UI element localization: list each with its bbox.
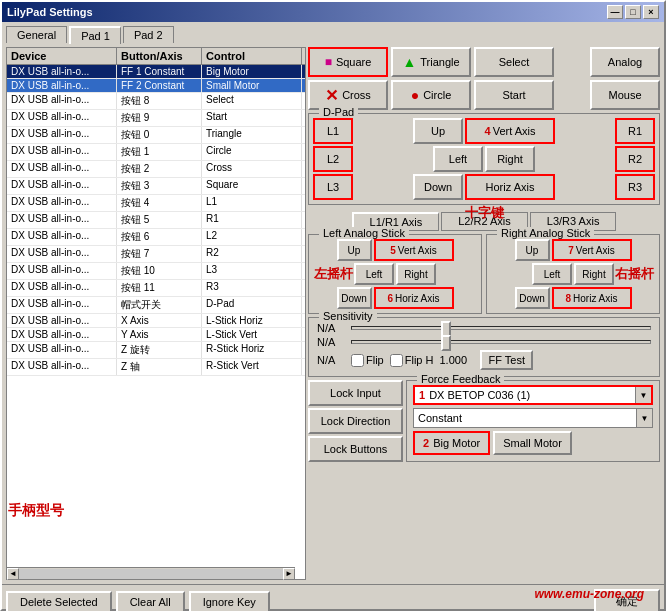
ff-device-dropdown-arrow[interactable]: ▼ xyxy=(635,387,651,403)
l2-button[interactable]: L2 xyxy=(313,146,353,172)
table-row[interactable]: DX USB all-in-o... FF 2 Constant Small M… xyxy=(7,79,305,93)
table-row[interactable]: DX USB all-in-o... 按钮 11 R3 xyxy=(7,280,305,297)
table-row[interactable]: DX USB all-in-o... 按钮 9 Start xyxy=(7,110,305,127)
r1-button[interactable]: R1 xyxy=(615,118,655,144)
table-row[interactable]: DX USB all-in-o... 按钮 8 Select xyxy=(7,93,305,110)
ra-right-button[interactable]: Right xyxy=(574,263,614,285)
ff-type-dropdown-arrow[interactable]: ▼ xyxy=(636,409,652,427)
lock-buttons-area: Lock Input Lock Direction Lock Buttons xyxy=(308,380,403,462)
tab-pad2[interactable]: Pad 2 xyxy=(123,26,174,43)
left-analog-inner: Up 5 Vert Axis Left Right Down xyxy=(313,239,477,309)
table-row[interactable]: DX USB all-in-o... 按钮 3 Square xyxy=(7,178,305,195)
table-row[interactable]: DX USB all-in-o... Y Axis L-Stick Vert xyxy=(7,328,305,342)
sens-slider-1[interactable] xyxy=(351,326,651,330)
la-up-button[interactable]: Up xyxy=(337,239,372,261)
ff-device-dropdown[interactable]: 1 DX BETOP C036 (1) ▼ xyxy=(413,385,653,405)
dpad-right-button[interactable]: Right xyxy=(485,146,535,172)
table-row[interactable]: DX USB all-in-o... Z 旋转 R-Stick Horiz xyxy=(7,342,305,359)
dpad-up-button[interactable]: Up xyxy=(413,118,463,144)
square-button[interactable]: ■ Square xyxy=(308,47,388,77)
ignore-key-button[interactable]: Ignore Key xyxy=(189,591,270,612)
lock-input-button[interactable]: Lock Input xyxy=(308,380,403,406)
flip-checkbox[interactable] xyxy=(351,354,364,367)
la-vert-axis[interactable]: 5 Vert Axis xyxy=(374,239,454,261)
sens-na1: N/A xyxy=(317,322,347,334)
ps-buttons-area: ■ Square ▲ Triangle Select xyxy=(308,47,587,110)
table-row[interactable]: DX USB all-in-o... 按钮 4 L1 xyxy=(7,195,305,212)
ff-test-button[interactable]: FF Test xyxy=(480,350,532,370)
la-right-button[interactable]: Right xyxy=(396,263,436,285)
circle-button[interactable]: ● Circle xyxy=(391,80,471,110)
la-up-row: Up 5 Vert Axis xyxy=(313,239,477,261)
la-down-button[interactable]: Down xyxy=(337,287,372,309)
table-row[interactable]: DX USB all-in-o... 按钮 10 L3 xyxy=(7,263,305,280)
la-left-button[interactable]: Left xyxy=(354,263,394,285)
la-horiz-axis[interactable]: 6 Horiz Axis xyxy=(374,287,454,309)
table-row[interactable]: DX USB all-in-o... 按钮 2 Cross xyxy=(7,161,305,178)
fliph-checkbox[interactable] xyxy=(390,354,403,367)
l3-button[interactable]: L3 xyxy=(313,174,353,200)
ra-up-row: Up 7 Vert Axis xyxy=(491,239,655,261)
dpad-left-button[interactable]: Left xyxy=(433,146,483,172)
dpad-down-button[interactable]: Down xyxy=(413,174,463,200)
tab-pad1[interactable]: Pad 1 xyxy=(69,26,121,44)
sensitivity-label: Sensitivity xyxy=(319,310,377,322)
ra-up-button[interactable]: Up xyxy=(515,239,550,261)
table-row[interactable]: DX USB all-in-o... FF 1 Constant Big Mot… xyxy=(7,65,305,79)
delete-selected-button[interactable]: Delete Selected xyxy=(6,591,112,612)
scroll-right-btn[interactable]: ► xyxy=(283,568,295,580)
maximize-button[interactable]: □ xyxy=(625,5,641,19)
col-button: Button/Axis xyxy=(117,48,202,64)
analog-sticks-area: Left Analog Stick Up 5 Vert Axis Left Ri… xyxy=(308,234,660,314)
vert-axis-button[interactable]: 4 Vert Axis xyxy=(465,118,555,144)
r2-button[interactable]: R2 xyxy=(615,146,655,172)
sens-slider-2[interactable] xyxy=(351,340,651,344)
ra-vert-axis[interactable]: 7 Vert Axis xyxy=(552,239,632,261)
ff-type-dropdown[interactable]: Constant ▼ xyxy=(413,408,653,428)
sens-row-1: N/A xyxy=(317,322,651,334)
r3-button[interactable]: R3 xyxy=(615,174,655,200)
table-row[interactable]: DX USB all-in-o... 按钮 0 Triangle xyxy=(7,127,305,144)
ps-top-row: ■ Square ▲ Triangle Select xyxy=(308,47,587,77)
lock-buttons-button[interactable]: Lock Buttons xyxy=(308,436,403,462)
flip-checkbox-label[interactable]: Flip xyxy=(351,354,384,367)
table-row[interactable]: DX USB all-in-o... 按钮 7 R2 xyxy=(7,246,305,263)
annotation-num6: 6 xyxy=(387,293,393,304)
select-button[interactable]: Select xyxy=(474,47,554,77)
table-row[interactable]: DX USB all-in-o... 帽式开关 D-Pad xyxy=(7,297,305,314)
ra-horiz-axis[interactable]: 8 Horiz Axis xyxy=(552,287,632,309)
table-row[interactable]: DX USB all-in-o... 按钮 6 L2 xyxy=(7,229,305,246)
table-header: Device Button/Axis Control xyxy=(7,48,305,65)
triangle-button[interactable]: ▲ Triangle xyxy=(391,47,471,77)
lock-direction-button[interactable]: Lock Direction xyxy=(308,408,403,434)
table-row[interactable]: DX USB all-in-o... X Axis L-Stick Horiz xyxy=(7,314,305,328)
clear-all-button[interactable]: Clear All xyxy=(116,591,185,612)
tab-general[interactable]: General xyxy=(6,26,67,43)
triangle-icon: ▲ xyxy=(402,54,416,70)
minimize-button[interactable]: — xyxy=(607,5,623,19)
mouse-button[interactable]: Mouse xyxy=(590,80,660,110)
l1-button[interactable]: L1 xyxy=(313,118,353,144)
table-row[interactable]: DX USB all-in-o... 按钮 1 Circle xyxy=(7,144,305,161)
la-down-row: Down 6 Horiz Axis xyxy=(313,287,477,309)
fliph-checkbox-label[interactable]: Flip H xyxy=(390,354,434,367)
ff-motors-row: 2 Big Motor Small Motor xyxy=(413,431,653,455)
table-row[interactable]: DX USB all-in-o... 按钮 5 R1 xyxy=(7,212,305,229)
horiz-axis-button[interactable]: Horiz Axis xyxy=(465,174,555,200)
small-motor-button[interactable]: Small Motor xyxy=(493,431,572,455)
ra-down-button[interactable]: Down xyxy=(515,287,550,309)
close-button[interactable]: × xyxy=(643,5,659,19)
analog-button[interactable]: Analog xyxy=(590,47,660,77)
ra-left-button[interactable]: Left xyxy=(532,263,572,285)
scroll-left-btn[interactable]: ◄ xyxy=(7,568,19,580)
table-row[interactable]: DX USB all-in-o... Z 轴 R-Stick Vert xyxy=(7,359,305,376)
side-buttons-area: Analog Mouse xyxy=(590,47,660,110)
annotation-num8: 8 xyxy=(565,293,571,304)
l-buttons-col: L1 L2 L3 xyxy=(313,118,353,200)
bottom-left-buttons: Delete Selected Clear All Ignore Key xyxy=(6,591,270,612)
big-motor-button[interactable]: 2 Big Motor xyxy=(413,431,490,455)
annotation-num7: 7 xyxy=(568,245,574,256)
start-button[interactable]: Start xyxy=(474,80,554,110)
right-analog-label: Right Analog Stick xyxy=(497,227,594,239)
ff-label: Force Feedback xyxy=(417,373,504,385)
